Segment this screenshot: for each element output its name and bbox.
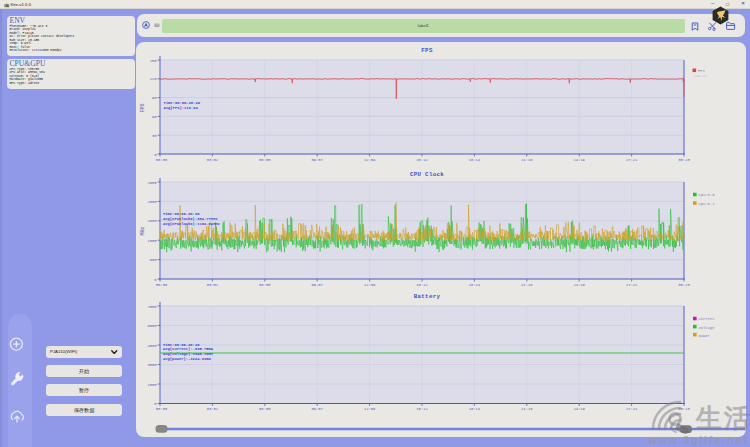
svg-text:12:09: 12:09 (364, 283, 376, 287)
svg-text:1000: 1000 (147, 239, 157, 243)
svg-text:0: 0 (154, 402, 157, 406)
svg-text:15:12: 15:12 (416, 283, 428, 287)
svg-text:09:07: 09:07 (311, 158, 322, 162)
svg-text:15:12: 15:12 (416, 407, 428, 411)
svg-text:cpu:0-5: cpu:0-5 (699, 193, 716, 197)
svg-text:1500: 1500 (147, 219, 157, 223)
svg-text:00:00: 00:00 (156, 158, 168, 162)
svg-text:27:21: 27:21 (626, 158, 638, 162)
svg-text:4500: 4500 (147, 344, 157, 348)
svg-text:2000: 2000 (147, 200, 157, 204)
svg-text:7500: 7500 (147, 305, 157, 309)
svg-text:power: power (699, 334, 710, 338)
svg-text:15:12: 15:12 (416, 158, 428, 162)
svg-text:18:14: 18:14 (469, 407, 481, 411)
svg-text:cpu:6-7: cpu:6-7 (699, 202, 715, 206)
svg-text:6000: 6000 (147, 324, 157, 328)
svg-text:60: 60 (152, 115, 157, 119)
svg-text:voltage: voltage (699, 326, 716, 330)
svg-text:120: 120 (150, 77, 158, 81)
svg-text:21:16: 21:16 (521, 283, 533, 287)
svg-text:Avg(current):-835.75mA: Avg(current):-835.75mA (163, 347, 214, 351)
svg-text:90: 90 (152, 96, 157, 100)
svg-text:06:05: 06:05 (259, 407, 271, 411)
svg-text:CPU Clock: CPU Clock (410, 171, 444, 178)
svg-text:12:09: 12:09 (364, 407, 376, 411)
svg-text:FPS: FPS (421, 47, 433, 54)
svg-text:2500: 2500 (147, 181, 157, 185)
svg-text:Battery: Battery (414, 293, 441, 300)
svg-text:09:07: 09:07 (311, 407, 322, 411)
svg-text:119.47: 119.47 (694, 74, 708, 78)
svg-text:Avg(CPUClock6):1102.64MHz: Avg(CPUClock6):1102.64MHz (163, 222, 220, 226)
svg-text:Avg(power):-3224.93mW: Avg(power):-3224.93mW (163, 357, 212, 361)
svg-text:1500: 1500 (147, 383, 157, 387)
svg-text:24:19: 24:19 (573, 158, 585, 162)
svg-text:18:14: 18:14 (469, 158, 481, 162)
svg-text:MHz: MHz (140, 226, 146, 235)
svg-text:06:05: 06:05 (259, 283, 271, 287)
svg-text:03:02: 03:02 (207, 283, 219, 287)
svg-text:21:16: 21:16 (521, 407, 533, 411)
svg-text:24:19: 24:19 (573, 407, 585, 411)
svg-text:Time:00:00-30:20: Time:00:00-30:20 (164, 101, 201, 105)
svg-text:30: 30 (152, 134, 157, 138)
svg-text:0: 0 (154, 278, 157, 282)
svg-text:06:05: 06:05 (259, 158, 271, 162)
svg-text:27:21: 27:21 (626, 283, 638, 287)
svg-text:Time:00:00-30:20: Time:00:00-30:20 (163, 212, 200, 216)
svg-text:21:16: 21:16 (521, 158, 533, 162)
svg-text:Avg(voltage):3940.10mV: Avg(voltage):3940.10mV (163, 352, 214, 356)
svg-text:03:02: 03:02 (207, 158, 219, 162)
svg-text:Avg(CPUClock0):984.77MHz: Avg(CPUClock0):984.77MHz (163, 217, 218, 221)
svg-text:12:09: 12:09 (364, 158, 376, 162)
svg-text:00:00: 00:00 (156, 407, 168, 411)
svg-text:current: current (699, 317, 715, 321)
svg-text:0: 0 (154, 153, 157, 157)
svg-text:09:07: 09:07 (311, 283, 322, 287)
svg-text:FPS: FPS (698, 69, 706, 73)
svg-text:18:14: 18:14 (469, 283, 481, 287)
svg-text:FPS: FPS (140, 103, 146, 112)
svg-text:500: 500 (150, 258, 158, 262)
svg-text:3000: 3000 (147, 363, 157, 367)
svg-text:150: 150 (150, 59, 158, 63)
svg-text:24:19: 24:19 (573, 283, 585, 287)
svg-text:Time:00:00-30:20: Time:00:00-30:20 (163, 343, 200, 347)
svg-text:Avg(FPS):119.94: Avg(FPS):119.94 (164, 106, 199, 110)
svg-text:30:23: 30:23 (678, 158, 690, 162)
svg-text:27:21: 27:21 (626, 407, 638, 411)
svg-text:30:23: 30:23 (678, 283, 690, 287)
svg-text:00:00: 00:00 (156, 283, 168, 287)
svg-text:03:02: 03:02 (207, 407, 219, 411)
